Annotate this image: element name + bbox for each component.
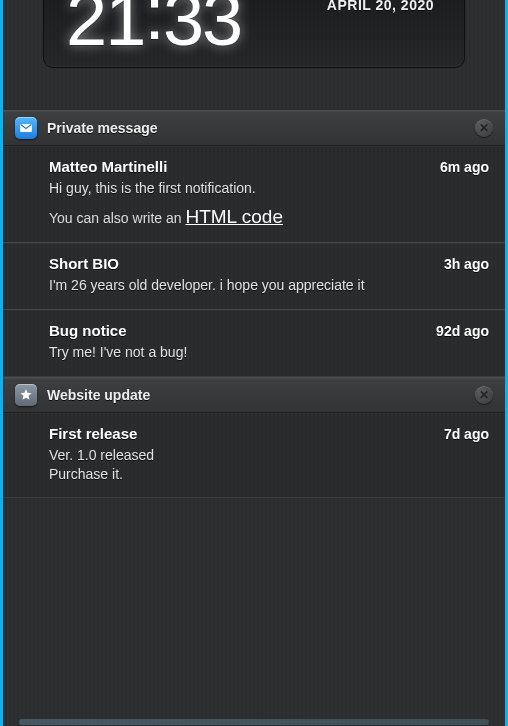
notification-group-private-message: Private message ✕ Matteo Martinelli 6m a… [3,110,505,377]
notification-body: Ver. 1.0 released Purchase it. [49,446,489,484]
clock-time: 21:33 [66,0,241,41]
notification-group-website-update: Website update ✕ First release 7d ago Ve… [3,377,505,499]
notification-body: Try me! I've not a bug! [49,343,489,362]
close-icon[interactable]: ✕ [475,386,493,404]
lockscreen: 21:33 APRIL 20, 2020 Private message ✕ M… [0,0,508,726]
notification-extra-text: You can also write an [49,210,185,226]
notification-title: Short BIO [49,255,119,272]
group-title: Website update [47,387,475,403]
notification-body: I'm 26 years old developer. i hope you a… [49,276,489,295]
notification-time: 92d ago [436,323,489,339]
notification-time: 6m ago [440,159,489,175]
notification-item[interactable]: Matteo Martinelli 6m ago Hi guy, this is… [3,146,505,243]
notification-title: First release [49,425,137,442]
notification-extra: You can also write an HTML code [49,206,489,228]
notification-title: Matteo Martinelli [49,158,167,175]
bottom-scrubber[interactable] [19,719,489,725]
mail-icon [15,117,37,139]
notification-item[interactable]: Short BIO 3h ago I'm 26 years old develo… [3,243,505,310]
group-title: Private message [47,120,475,136]
clock-date: APRIL 20, 2020 [327,0,434,13]
notification-item[interactable]: Bug notice 92d ago Try me! I've not a bu… [3,310,505,377]
group-header: Private message ✕ [3,110,505,146]
notification-time: 3h ago [444,256,489,272]
close-icon[interactable]: ✕ [475,119,493,137]
group-header: Website update ✕ [3,377,505,413]
notification-title: Bug notice [49,322,127,339]
html-code-link[interactable]: HTML code [185,206,283,227]
notification-time: 7d ago [444,426,489,442]
star-icon [15,384,37,406]
notification-item[interactable]: First release 7d ago Ver. 1.0 released P… [3,413,505,499]
notification-body: Hi guy, this is the first notification. [49,179,489,198]
clock-minutes: 33 [163,0,241,61]
clock-card: 21:33 APRIL 20, 2020 [43,0,465,68]
clock-hours: 21 [66,0,144,61]
